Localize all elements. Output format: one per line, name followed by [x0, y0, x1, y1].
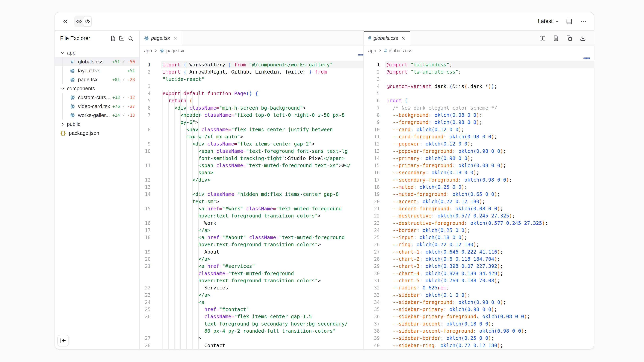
code-line: span>: [140, 169, 364, 176]
code-text: --chart-1: oklch(0.646 0.222 41.116);: [385, 248, 594, 256]
tree-file-video-card-tsx[interactable]: video-card.tsx+76 / -27: [55, 102, 139, 111]
code-line: 21 --accent-foreground: oklch(0.08 0 0);: [364, 205, 594, 212]
line-number: 28: [364, 256, 380, 263]
code-line: 6 <div className="min-h-screen bg-backgr…: [140, 104, 364, 112]
line-number: 33: [364, 292, 380, 299]
panel-bottom-button[interactable]: [565, 17, 574, 26]
code-text: <nav className="flex items-center justif…: [161, 126, 364, 133]
more-options-button[interactable]: [579, 17, 588, 26]
code-line: 12 </div>: [140, 176, 364, 184]
version-dropdown[interactable]: Latest: [538, 18, 559, 24]
code-text: "lucide-react": [161, 76, 364, 83]
close-tab-icon[interactable]: [173, 36, 178, 40]
split-editor-button[interactable]: [538, 34, 546, 42]
file-tree: app#globals.css+51 / -50layout.tsx+51pag…: [55, 48, 139, 138]
line-number: 9: [140, 140, 150, 147]
file-diff-button[interactable]: [552, 34, 560, 42]
code-text: <header className="fixed top-0 left-0 ri…: [161, 112, 364, 119]
code-text: --sidebar-accent-foreground: oklch(0.98 …: [385, 328, 594, 335]
new-file-button[interactable]: [110, 35, 117, 42]
code-line: 23 --destructive-foreground: oklch(0.577…: [364, 220, 594, 227]
code-line: 22 Services: [140, 284, 364, 292]
code-line: 7 /* New dark elegant color scheme */: [364, 104, 594, 112]
code-text: <div className="min-h-screen bg-backgrou…: [161, 104, 364, 112]
code-editor-globals-css[interactable]: 1@import "tailwindcss";2@import "tw-anim…: [364, 55, 594, 349]
tree-folder-public[interactable]: public: [55, 120, 139, 129]
file-name: video-card.tsx: [78, 103, 110, 109]
code-line: 13: [140, 184, 364, 191]
tree-file-package-json[interactable]: {}package.json: [55, 129, 139, 138]
collapse-panel-button[interactable]: [61, 17, 70, 26]
folder-name: components: [67, 85, 95, 92]
tree-file-page-tsx[interactable]: page.tsx+81 / -28: [55, 75, 139, 84]
code-line: 19 About: [140, 248, 364, 256]
file-plus-icon: [110, 36, 116, 41]
arrow-left-to-line-icon: [60, 337, 66, 344]
code-line: 12 --popover: oklch(0.12 0 0);: [364, 140, 594, 147]
tree-folder-app[interactable]: app: [55, 48, 139, 57]
breadcrumb-file[interactable]: globals.css: [389, 48, 412, 53]
code-line: 31 --chart-5: oklch(0.769 0.188 70.08);: [364, 277, 594, 284]
line-number: [140, 119, 150, 126]
breadcrumb-file[interactable]: page.tsx: [166, 48, 184, 53]
line-number: 32: [364, 284, 380, 292]
editor-toolbar: [538, 31, 594, 46]
breadcrumb-path[interactable]: app: [144, 48, 152, 53]
file-name: page.tsx: [78, 76, 98, 83]
code-line: text-foreground bg-secondary hover:bg-se…: [140, 320, 364, 328]
line-number: 4: [364, 83, 380, 90]
download-button[interactable]: [579, 34, 587, 42]
tree-file-layout-tsx[interactable]: layout.tsx+51: [55, 66, 139, 75]
line-number: 16: [140, 220, 150, 227]
code-line: 3: [364, 76, 594, 83]
tree-folder-components[interactable]: components: [55, 84, 139, 93]
code-text: return (: [161, 97, 364, 104]
line-number: 17: [364, 176, 380, 184]
code-line: 27 >: [140, 335, 364, 342]
code-line: 5 return (: [140, 97, 364, 104]
close-tab-icon[interactable]: [401, 36, 406, 40]
code-line: 35 --sidebar-primary: oklch(0.98 0 0);: [364, 306, 594, 313]
tab-globals-css[interactable]: # globals.css: [364, 31, 410, 46]
breadcrumb-path[interactable]: app: [368, 48, 376, 53]
code-line: 9 <div className="flex items-center gap-…: [140, 140, 364, 147]
line-number: 6: [364, 97, 380, 104]
collapse-to-left-button[interactable]: [57, 335, 69, 346]
code-toggle-button[interactable]: [83, 16, 92, 26]
tree-indent-guide: [62, 75, 63, 84]
new-folder-button[interactable]: [118, 35, 126, 42]
line-number: 26: [140, 313, 150, 320]
eye-icon: [76, 18, 82, 24]
hash-icon: #: [384, 48, 387, 53]
line-number: [140, 155, 150, 162]
code-line: font-semibold tracking-tight">Studio Pix…: [140, 155, 364, 162]
code-line: 9 --foreground: oklch(0.98 0 0);: [364, 119, 594, 126]
tab-label: page.tsx: [151, 35, 170, 41]
code-text: --radius: 0.625rem;: [385, 284, 594, 292]
tab-page-tsx[interactable]: page.tsx: [140, 31, 182, 46]
search-files-button[interactable]: [127, 35, 134, 42]
chevron-right-icon: [154, 49, 158, 53]
copy-button[interactable]: [565, 34, 574, 42]
tree-file-works-galler-[interactable]: works-galler...+24 / -13: [55, 111, 139, 120]
line-number: 15: [364, 162, 380, 169]
tree-file-globals-css[interactable]: #globals.css+51 / -50: [55, 57, 139, 66]
code-editor-page-tsx[interactable]: 1import { WorksGallery } from "@/compone…: [140, 55, 364, 349]
preview-toggle-button[interactable]: [75, 16, 83, 26]
code-text: --sidebar-primary-foreground: oklch(0.08…: [385, 313, 594, 320]
scroll-change-marker: [358, 54, 364, 55]
code-line: 28 Contact: [140, 342, 364, 349]
line-number: [140, 270, 150, 277]
line-number: 6: [140, 104, 150, 112]
file-explorer-header: File Explorer: [55, 31, 139, 46]
line-number: 5: [364, 90, 380, 97]
code-text: font-semibold tracking-tight">Studio Pix…: [161, 155, 364, 162]
code-text: </a>: [161, 227, 364, 234]
code-text: --sidebar-border: oklch(0.25 0 0);: [385, 335, 594, 342]
chevrons-left-icon: [62, 18, 68, 24]
code-line: 37 --sidebar-accent: oklch(0.18 0 0);: [364, 320, 594, 328]
file-name: custom-curs...: [78, 94, 110, 100]
code-line: 22 --destructive: oklch(0.577 0.245 27.3…: [364, 212, 594, 219]
tree-file-custom-curs-[interactable]: custom-curs...+33 / -12: [55, 93, 139, 102]
code-text: --popover-foreground: oklch(0.98 0 0);: [385, 148, 594, 155]
